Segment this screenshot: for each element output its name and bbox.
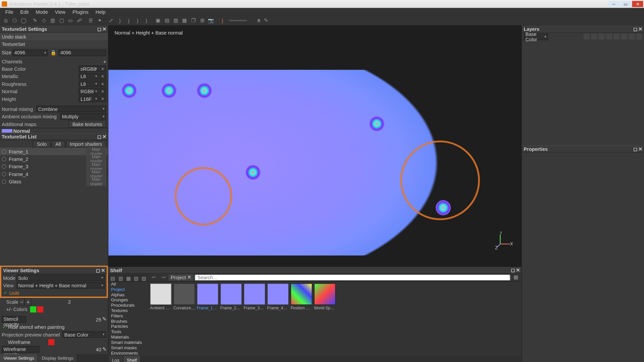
pos-color-swatch[interactable] [30,306,36,312]
camera-icon[interactable]: 📷 [207,16,215,24]
brush-size-slider[interactable] [229,20,247,21]
layers-stack[interactable] [522,41,644,145]
view2-icon[interactable]: ▤ [163,16,171,24]
tab-shelf[interactable]: Shelf [123,356,141,362]
remove-channel-icon[interactable]: ✕ [100,65,106,72]
smudge-icon[interactable]: ▭ [66,16,74,24]
view1-icon[interactable]: ▣ [154,16,162,24]
visibility-toggle-icon[interactable] [2,149,6,154]
normal-mixing-select[interactable]: Combine [37,106,106,112]
cube-icon[interactable]: ❒ [189,16,197,24]
mask-icon[interactable] [583,34,589,40]
effect-icon[interactable] [613,34,620,40]
panel-undock-icon[interactable]: ◻ [97,134,101,139]
visibility-toggle-icon[interactable] [2,179,6,184]
shelf-cat-brushes[interactable]: Brushes [110,319,147,324]
pencil-icon[interactable]: ✎ [102,316,106,322]
panel-undock-icon[interactable]: ◻ [97,26,101,32]
wireframe-checkbox[interactable]: ✓ [2,340,6,344]
menu-mode[interactable]: Mode [32,9,51,15]
shelf-search-input[interactable] [195,274,511,280]
folder-icon[interactable] [621,34,627,40]
panel-undock-icon[interactable]: ◻ [633,26,637,32]
delete-layer-icon[interactable] [636,34,642,40]
clone-icon[interactable]: ☍ [75,16,83,24]
symmetry1-icon[interactable]: ) [116,16,124,24]
wireframe-color-swatch[interactable] [48,339,54,345]
stencil-opacity-field[interactable]: Stencil opacity [2,316,26,323]
picker-icon[interactable]: ⤢ [107,16,115,24]
smart-mask-icon[interactable] [606,34,612,40]
shelf-grid-icon[interactable]: ▦ [512,274,520,282]
remove-channel-icon[interactable]: ✕ [100,88,106,95]
menu-view[interactable]: View [51,9,69,15]
eraser-icon[interactable]: ◇ [40,16,48,24]
textureset-item-frame3[interactable]: Frame_3Main shader [0,163,108,170]
size-select[interactable]: 4096 [12,49,48,56]
shelf-cat-filters[interactable]: Filters [110,313,147,319]
group-icon[interactable] [629,34,635,40]
add-channel-button[interactable]: + [103,59,106,64]
shelf-thumb-worldspace[interactable]: World Spac… [314,283,336,310]
panel-undock-icon[interactable]: ◻ [633,146,637,152]
textureset-list-header[interactable]: TextureSet List ◻✕ [0,133,108,140]
bake-textures-button[interactable]: Bake textures [68,120,106,127]
channel-metallic-format[interactable]: L8 [79,73,99,80]
shader-button[interactable]: Main shader [86,177,106,186]
brush-icon[interactable]: ✎ [31,16,39,24]
visibility-toggle-icon[interactable] [2,164,6,169]
shelf-thumb-frame2-normal[interactable]: Frame_2_No… [220,283,242,310]
view4-icon[interactable]: ▦ [180,16,189,24]
edit-icon[interactable]: ✎ [262,16,270,24]
shelf-thumb-curvature[interactable]: Curvature Fr… [173,283,195,310]
solo-button[interactable]: Solo [33,140,51,147]
fill-icon[interactable]: ▢ [57,16,65,24]
particle-icon[interactable]: ✦ [96,16,104,24]
wireframe-opacity-field[interactable]: Wireframe opacity [2,346,39,353]
panel-close-icon[interactable]: ✕ [101,268,105,274]
tab-display-settings[interactable]: Display Settings [38,354,77,362]
close-button[interactable]: ✕ [632,1,643,7]
shelf-cat-project[interactable]: Project [110,287,147,292]
shelf-back-icon[interactable]: ⤺ [150,274,158,282]
tab-log[interactable]: Log [108,356,123,362]
unlit-checkbox[interactable]: ✓ [3,291,7,295]
shelf-thumb-frame4-normal[interactable]: Frame_4_No… [267,283,289,310]
panel-undock-icon[interactable]: ◻ [511,267,515,273]
pencil-icon[interactable]: ✎ [102,347,106,352]
remove-channel-icon[interactable]: ✕ [100,80,106,87]
channel-normal-format[interactable]: RGB8 [79,88,99,95]
undo-stack[interactable]: Undo stack [2,34,26,39]
scale-minus-button[interactable]: − [18,298,25,305]
channel-basecolor-format[interactable]: sRGB8 [79,65,99,72]
grid-icon[interactable]: ⊞ [198,16,206,24]
paint-layer-icon[interactable] [598,34,604,40]
shelf-thumb-ao[interactable]: Ambient Oc… [150,283,172,310]
panel-close-icon[interactable]: ✕ [102,134,106,139]
user-icon[interactable]: 웃 [87,16,95,24]
view3-icon[interactable]: ▥ [172,16,180,24]
remove-channel-icon[interactable]: ✕ [100,96,106,102]
channel-roughness-format[interactable]: L8 [79,80,99,87]
import-shaders-button[interactable]: Import shaders [66,140,106,147]
hide-stencil-checkbox[interactable]: ✓ [2,325,6,329]
visibility-toggle-icon[interactable] [2,157,6,161]
shelf-fwd-icon[interactable]: ⤻ [159,274,167,282]
symmetry3-icon[interactable]: ) [133,16,142,24]
3d-viewport[interactable]: Normal + Height + Base normal Y X Z [108,25,522,267]
tab-viewer-settings[interactable]: Viewer Settings [0,354,38,362]
shelf-header[interactable]: Shelf ◻✕ [108,267,522,274]
panel-close-icon[interactable]: ✕ [516,267,520,273]
viewer-settings-header[interactable]: Viewer Settings ◻✕ [1,267,107,274]
shelf-thumb-position[interactable]: Position Fra… [290,283,312,310]
menu-edit[interactable]: Edit [17,9,32,15]
shelf-thumb-frame3-normal[interactable]: Frame_3_No… [244,283,266,310]
normal-map-swatch[interactable] [2,129,12,132]
textureset-item-frame1[interactable]: Frame_1Main shader [0,147,108,155]
shelf-thumb-frame1-normal[interactable]: Frame_1_No… [197,283,219,310]
shelf-tag-project[interactable]: Project✕ [168,274,193,280]
neg-color-swatch[interactable] [37,306,43,312]
textureset-item-glass[interactable]: GlassMain shader [0,178,108,185]
minimize-button[interactable]: ─ [608,1,619,7]
remove-channel-icon[interactable]: ✕ [100,73,106,80]
